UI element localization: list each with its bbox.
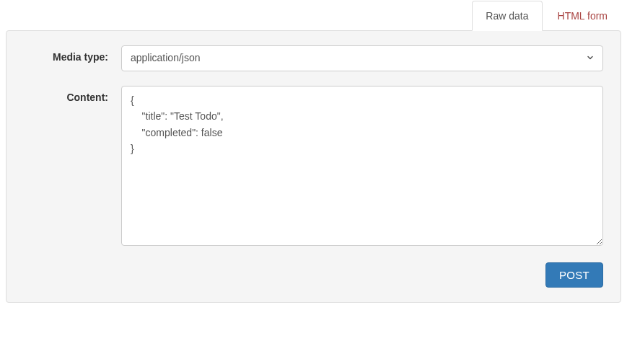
content-row: Content:	[24, 86, 603, 248]
tab-label: Raw data	[486, 10, 528, 22]
media-type-select[interactable]: application/json	[121, 45, 603, 71]
post-button-label: POST	[559, 269, 589, 281]
form-actions: POST	[24, 262, 603, 288]
content-label: Content:	[24, 86, 121, 103]
tab-html-form[interactable]: HTML form	[544, 1, 621, 31]
request-form-panel: Media type: application/json Content:	[6, 30, 621, 303]
media-type-label: Media type:	[24, 45, 121, 63]
tab-raw-data[interactable]: Raw data	[472, 1, 542, 31]
content-textarea[interactable]	[121, 86, 603, 246]
media-type-row: Media type: application/json	[24, 45, 603, 71]
tab-label: HTML form	[558, 10, 608, 22]
media-type-select-wrapper: application/json	[121, 45, 603, 71]
post-button[interactable]: POST	[545, 262, 603, 288]
form-tabs: Raw data HTML form	[6, 1, 621, 31]
